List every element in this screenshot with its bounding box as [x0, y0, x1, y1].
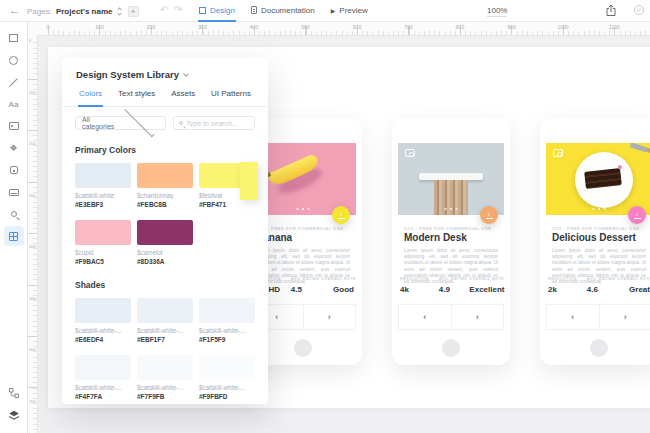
canvas[interactable]: ↓ CC0 - FREE FOR COMMERCIAL USE Banana L…: [38, 36, 650, 433]
components-tool[interactable]: ❖: [4, 138, 24, 158]
redo-button[interactable]: ↷: [174, 4, 182, 15]
swatch-color-box[interactable]: [75, 298, 131, 323]
ruler-label: 500: [29, 295, 36, 300]
tab-documentation[interactable]: Documentation: [250, 0, 316, 22]
ruler-label: 700: [29, 398, 36, 403]
pages-switcher[interactable]: Pages: Project's name +: [27, 0, 139, 22]
back-button[interactable]: ←: [9, 4, 20, 16]
keyboard-tool[interactable]: [4, 182, 24, 202]
oval-icon: [9, 56, 18, 65]
ruler-label: 1100: [609, 24, 620, 30]
tab-colors[interactable]: Colors: [78, 89, 103, 107]
panel-header[interactable]: Design System Library: [62, 58, 268, 80]
documentation-icon: [251, 6, 257, 14]
search-box[interactable]: [173, 116, 255, 130]
swatch-color-box[interactable]: [75, 163, 131, 188]
swatch-color-box[interactable]: [137, 298, 193, 323]
download-icon: ↓: [339, 211, 343, 217]
line-tool[interactable]: [4, 72, 24, 92]
swatch-hex: #FEBC8B: [137, 201, 193, 208]
rectangle-tool[interactable]: [4, 28, 24, 48]
image-tool[interactable]: [4, 116, 24, 136]
stat-avg-rating: AVG. RATING4.6: [587, 277, 618, 294]
phone-card[interactable]: ↓ CC0 - FREE FOR COMMERCIAL USE Modern D…: [392, 118, 510, 365]
card-image: [398, 143, 504, 215]
sync-status-icon[interactable]: [633, 4, 645, 16]
ruler-label: 200: [29, 141, 36, 146]
tab-preview[interactable]: ▶ Preview: [330, 0, 369, 22]
design-system-library-panel: Design System Library Colors Text styles…: [62, 58, 268, 404]
color-swatch[interactable]: $catskill-white-... #EBF1F7: [137, 298, 193, 343]
download-button: ↓: [332, 206, 350, 224]
rectangle-icon: [9, 34, 18, 42]
color-swatch[interactable]: $catskill-white #E3EBF3: [75, 163, 131, 208]
horizontal-ruler: 010020030040050060070080090010001100: [38, 22, 650, 36]
library-tool[interactable]: [4, 226, 24, 246]
text-tool[interactable]: Aa: [4, 94, 24, 114]
download-icon: ↓: [635, 211, 639, 217]
swatch-name: $cupid: [75, 249, 131, 256]
color-swatch[interactable]: $catskill-white-... #E6EDF4: [75, 298, 131, 343]
swatch-color-box[interactable]: [137, 163, 193, 188]
stat-avg-rating: AVG. RATING4.9: [439, 277, 470, 294]
swatch-color-box[interactable]: [199, 298, 255, 323]
color-swatch[interactable]: $catskill-white-... #F4F7FA: [75, 355, 131, 400]
ruler-label: 700: [404, 24, 412, 30]
tab-design[interactable]: Design: [198, 0, 236, 22]
download-icon: ↓: [487, 211, 491, 217]
tab-ui-patterns[interactable]: UI Patterns: [210, 89, 252, 107]
swatch-color-box[interactable]: [75, 220, 131, 245]
swatch-hex: #FBF471: [199, 201, 255, 208]
ruler-label: 1000: [557, 24, 568, 30]
share-icon[interactable]: [605, 4, 617, 17]
search-tool[interactable]: [4, 204, 24, 224]
color-swatch[interactable]: $catskill-white-... #F9FBFD: [199, 355, 255, 400]
tab-text-styles[interactable]: Text styles: [117, 89, 156, 107]
swatch-name: $catskill-white-...: [137, 384, 193, 391]
layers-tool[interactable]: [4, 405, 24, 425]
ruler-label: 300: [29, 192, 36, 197]
card-license: CC0 - FREE FOR COMMERCIAL USE: [552, 226, 639, 231]
swatch-color-box[interactable]: [75, 355, 131, 380]
search-input[interactable]: [186, 120, 249, 127]
tab-documentation-label: Documentation: [261, 6, 315, 15]
phone-card[interactable]: ↓ CC0 - FREE FOR COMMERCIAL USE Deliciou…: [540, 118, 650, 365]
add-page-button[interactable]: +: [128, 6, 139, 17]
swatch-name: $catskill-white-...: [199, 384, 255, 391]
card-image: [546, 143, 650, 215]
swatch-name: $catskill-white-...: [75, 384, 131, 391]
swatch-section: Shades $catskill-white-... #E6EDF4 $cats…: [75, 280, 255, 400]
ruler-label: 200: [147, 24, 155, 30]
camera-icon: [405, 149, 415, 157]
flows-tool[interactable]: [4, 383, 24, 403]
undo-button[interactable]: ↶: [160, 4, 168, 15]
category-dropdown[interactable]: All categories: [75, 116, 166, 130]
color-swatch[interactable]: $catskill-white-... #F7F9FB: [137, 355, 193, 400]
search-icon: [11, 211, 17, 217]
project-switcher-icon[interactable]: [118, 8, 121, 15]
home-indicator: [442, 339, 460, 357]
swatch-color-box[interactable]: [137, 355, 193, 380]
chevron-down-icon: [124, 107, 154, 137]
swatch-color-box[interactable]: [137, 220, 193, 245]
line-icon: [9, 78, 17, 86]
tab-assets[interactable]: Assets: [170, 89, 196, 107]
dragged-color-swatch[interactable]: [240, 162, 258, 200]
components-icon: ❖: [9, 143, 17, 153]
ruler-label: 900: [507, 24, 515, 30]
swatch-color-box[interactable]: [199, 355, 255, 380]
artboard-tool[interactable]: [4, 160, 24, 180]
oval-tool[interactable]: [4, 50, 24, 70]
zoom-level-dropdown[interactable]: 100%: [487, 6, 507, 17]
color-swatch[interactable]: $catskill-white-... #F1F5F9: [199, 298, 255, 343]
mode-tabs: Design Documentation ▶ Preview: [198, 0, 369, 22]
color-swatch[interactable]: $cupid #F9BAC5: [75, 220, 131, 265]
panel-tabs: Colors Text styles Assets UI Patterns: [62, 89, 268, 107]
color-swatch[interactable]: $chardonnay #FEBC8B: [137, 163, 193, 208]
section-title: Primary Colors: [75, 145, 255, 155]
stat-resolution: RESOLUTION2k: [548, 277, 587, 294]
stat-overall-note: OVERALL NOTEExcellent: [469, 277, 502, 294]
color-swatch[interactable]: $camelot #8D336A: [137, 220, 193, 265]
swatch-hex: #E6EDF4: [75, 336, 131, 343]
project-name[interactable]: Project's name: [56, 7, 113, 16]
